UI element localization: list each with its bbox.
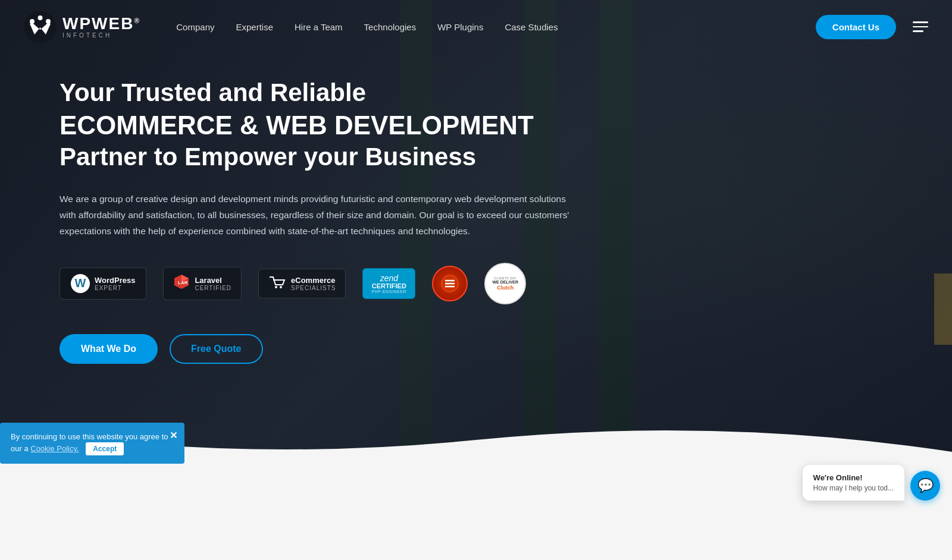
logo-brand-name: WPWEB® — [62, 15, 140, 32]
wordpress-badge: W WordPress EXPERT — [60, 268, 146, 300]
laravel-badge-sub: Certified — [195, 285, 231, 291]
wordpress-badge-text: WordPress EXPERT — [95, 276, 135, 292]
what-we-do-button[interactable]: What We Do — [60, 334, 158, 364]
hero-description: We are a group of creative design and de… — [60, 191, 571, 239]
zend-line2: CERTIFIED — [371, 283, 406, 290]
nav-company[interactable]: Company — [176, 22, 214, 32]
hero-title: Your Trusted and Reliable ECOMMERCE & WE… — [60, 77, 571, 173]
hero-section: WPWEB® INFOTECH Company Expertise Hire a… — [0, 0, 952, 464]
wordpress-badge-name: WordPress — [95, 276, 135, 285]
zend-badge-inner: zend CERTIFIED PHP ENGINEER — [371, 273, 406, 294]
wordpress-icon: W — [71, 274, 90, 293]
badges-row: W WordPress EXPERT LAR Laravel Ce — [60, 263, 571, 304]
navbar: WPWEB® INFOTECH Company Expertise Hire a… — [0, 0, 952, 54]
logo-text: WPWEB® INFOTECH — [62, 15, 140, 39]
nav-wp-plugins[interactable]: WP Plugins — [437, 22, 483, 32]
chat-status: We're Online! — [813, 473, 894, 482]
logo[interactable]: WPWEB® INFOTECH — [24, 11, 140, 43]
cookie-notice: ✕ By continuing to use this website you … — [0, 423, 184, 464]
chat-message: How may I help you tod... — [813, 484, 894, 492]
ecommerce-badge-sub: Specialists — [291, 285, 336, 291]
hero-title-line2: ECOMMERCE & WEB DEVELOPMENT — [60, 111, 534, 140]
clutch-badge: CLIENTS SAY WE DELIVER Clutch — [484, 263, 526, 304]
hamburger-line-1 — [913, 21, 928, 23]
svg-point-7 — [280, 286, 282, 288]
hamburger-menu[interactable] — [913, 21, 928, 32]
hero-content: Your Trusted and Reliable ECOMMERCE & WE… — [60, 77, 571, 364]
cookie-close[interactable]: ✕ — [170, 429, 177, 443]
wordpress-badge-sub: EXPERT — [95, 285, 135, 291]
swirl-badge — [432, 266, 468, 301]
svg-point-2 — [38, 15, 43, 20]
hero-title-line1: Your Trusted and Reliable — [60, 78, 366, 106]
chat-button[interactable]: 💬 — [910, 471, 940, 501]
ecommerce-badge: eCommerce Specialists — [258, 269, 346, 298]
cookie-policy-link[interactable]: Cookie Policy. — [30, 444, 79, 453]
contact-us-button[interactable]: Contact Us — [816, 15, 896, 39]
cookie-accept-button[interactable]: Accept — [86, 442, 124, 455]
hamburger-line-2 — [913, 26, 928, 28]
svg-text:LAR: LAR — [178, 280, 188, 285]
nav-case-studies[interactable]: Case Studies — [505, 22, 558, 32]
zend-line1: zend — [371, 273, 406, 283]
logo-icon — [24, 11, 57, 43]
nav-technologies[interactable]: Technologies — [364, 22, 416, 32]
svg-point-6 — [275, 286, 277, 288]
swirl-icon — [440, 274, 459, 293]
chat-bubble[interactable]: We're Online! How may I help you tod... — [803, 465, 904, 501]
hero-title-line3: Partner to Empower your Business — [60, 143, 476, 171]
zend-badge: zend CERTIFIED PHP ENGINEER — [362, 268, 415, 299]
logo-tagline: INFOTECH — [62, 32, 140, 39]
laravel-icon: LAR — [173, 273, 190, 294]
laravel-badge-text: Laravel Certified — [195, 276, 231, 292]
free-quote-button[interactable]: Free Quote — [170, 334, 262, 364]
cta-buttons: What We Do Free Quote — [60, 334, 571, 364]
laravel-badge-name: Laravel — [195, 276, 231, 285]
ecommerce-icon — [268, 275, 286, 292]
nav-links: Company Expertise Hire a Team Technologi… — [176, 22, 804, 32]
laravel-badge: LAR Laravel Certified — [163, 267, 242, 300]
zend-line3: PHP ENGINEER — [371, 290, 406, 294]
chat-widget: We're Online! How may I help you tod... … — [803, 465, 940, 501]
nav-hire-a-team[interactable]: Hire a Team — [295, 22, 343, 32]
ecommerce-badge-name: eCommerce — [291, 276, 336, 285]
clutch-logo-text: Clutch — [497, 285, 513, 291]
ecommerce-badge-text: eCommerce Specialists — [291, 276, 336, 292]
nav-expertise[interactable]: Expertise — [236, 22, 273, 32]
clutch-deliver-text: WE DELIVER — [492, 280, 518, 285]
chat-icon: 💬 — [917, 478, 934, 493]
hamburger-line-3 — [913, 30, 923, 32]
